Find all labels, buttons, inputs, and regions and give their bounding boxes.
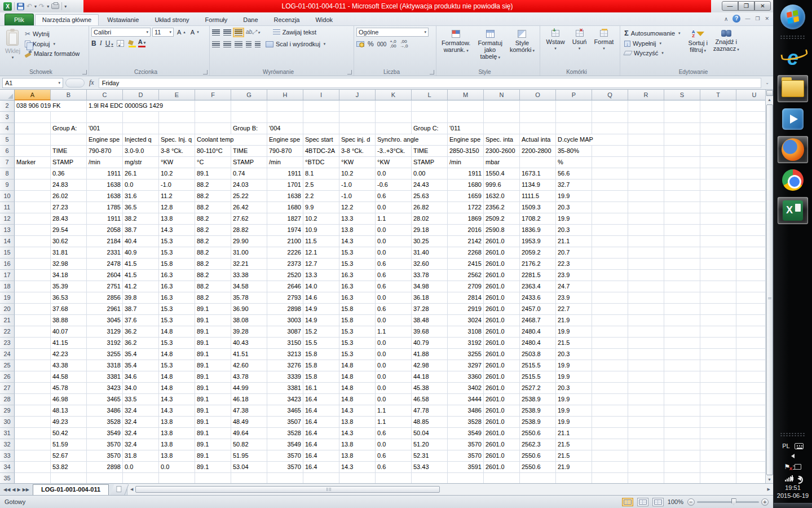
cell-G3[interactable] — [231, 112, 267, 123]
cell-F28[interactable]: 89.1 — [195, 394, 231, 405]
cell-D23[interactable]: 36.2 — [123, 338, 159, 349]
cell-U23[interactable] — [736, 338, 765, 349]
cell-T5[interactable] — [700, 134, 736, 146]
cell-T24[interactable] — [700, 349, 736, 360]
cell-C7[interactable]: /min — [87, 157, 123, 168]
cell-K14[interactable]: 0.0 — [376, 236, 412, 247]
redo-caret-icon[interactable]: ▾ — [47, 4, 49, 9]
zoom-slider-thumb[interactable] — [731, 498, 736, 505]
cell-U29[interactable] — [736, 405, 765, 417]
cell-A25[interactable] — [15, 360, 51, 371]
cell-Q20[interactable] — [592, 304, 628, 315]
cell-R24[interactable] — [628, 349, 664, 360]
cell-S13[interactable] — [664, 225, 700, 236]
cell-M25[interactable]: 3297 — [448, 360, 484, 371]
cell-F5[interactable]: Coolant temp — [195, 134, 267, 146]
cell-P9[interactable]: 32.7 — [556, 179, 592, 191]
cell-P10[interactable]: 19.9 — [556, 191, 592, 202]
cell-K22[interactable]: 1.1 — [376, 326, 412, 338]
cell-C30[interactable]: 3528 — [87, 417, 123, 428]
cell-J31[interactable]: 14.3 — [339, 428, 376, 439]
cell-F22[interactable]: 89.1 — [195, 326, 231, 338]
cell-G30[interactable]: 48.49 — [231, 417, 267, 428]
column-header-F[interactable]: F — [195, 90, 231, 100]
cell-U35[interactable] — [736, 473, 765, 483]
cell-E8[interactable]: 10.2 — [159, 168, 195, 179]
cell-O28[interactable]: 2538.9 — [520, 394, 556, 405]
language-indicator[interactable]: PL — [782, 443, 789, 449]
wrap-text-button[interactable]: Zawijaj tekst — [271, 28, 319, 37]
cell-E28[interactable]: 14.3 — [159, 394, 195, 405]
cell-U13[interactable] — [736, 225, 765, 236]
cell-U10[interactable] — [736, 191, 765, 202]
number-dialog-launcher-icon[interactable] — [430, 70, 434, 75]
cell-K31[interactable]: 0.6 — [376, 428, 412, 439]
cell-U5[interactable] — [736, 134, 765, 146]
cell-S20[interactable] — [664, 304, 700, 315]
number-format-select[interactable]: Ogólne▾ — [356, 28, 429, 37]
cell-F11[interactable]: 88.2 — [195, 202, 231, 213]
cell-E20[interactable]: 15.3 — [159, 304, 195, 315]
row-header-32[interactable]: 32 — [0, 439, 15, 450]
cell-F12[interactable]: 88.2 — [195, 213, 231, 225]
cell-C15[interactable]: 2331 — [87, 247, 123, 259]
cell-L35[interactable] — [412, 473, 448, 483]
cell-O12[interactable]: 1708.2 — [520, 213, 556, 225]
cell-B23[interactable]: 41.15 — [51, 338, 87, 349]
cell-E14[interactable]: 15.3 — [159, 236, 195, 247]
cell-F34[interactable]: 89.1 — [195, 462, 231, 473]
cell-E21[interactable]: 15.3 — [159, 315, 195, 326]
sheet-tab[interactable]: LOG-01-001-004-011 — [33, 484, 109, 495]
cell-P16[interactable]: 22.3 — [556, 259, 592, 270]
cell-C8[interactable]: 1911 — [87, 168, 123, 179]
cell-O29[interactable]: 2538.9 — [520, 405, 556, 417]
cell-I20[interactable]: 14.9 — [303, 304, 339, 315]
merge-center-button[interactable]: Scal i wyśrodkuj — [264, 40, 327, 49]
cell-C13[interactable]: 2058 — [87, 225, 123, 236]
row-header-35[interactable]: 35 — [0, 473, 15, 483]
row-header-14[interactable]: 14 — [0, 236, 15, 247]
cell-H31[interactable]: 3528 — [267, 428, 303, 439]
cell-F15[interactable]: 88.2 — [195, 247, 231, 259]
cell-C35[interactable] — [87, 473, 123, 483]
cell-G20[interactable]: 36.90 — [231, 304, 267, 315]
row-header-33[interactable]: 33 — [0, 450, 15, 462]
cell-U3[interactable] — [736, 112, 765, 123]
row-header-6[interactable]: 6 — [0, 146, 15, 157]
cell-S3[interactable] — [664, 112, 700, 123]
column-header-M[interactable]: M — [448, 90, 484, 100]
column-header-D[interactable]: D — [123, 90, 159, 100]
cell-E19[interactable]: 16.3 — [159, 292, 195, 304]
cell-A19[interactable] — [15, 292, 51, 304]
row-header-5[interactable]: 5 — [0, 134, 15, 146]
cell-M14[interactable]: 2142 — [448, 236, 484, 247]
cell-Q31[interactable] — [592, 428, 628, 439]
cell-T18[interactable] — [700, 281, 736, 292]
cell-N6[interactable]: 2300-2600 — [484, 146, 520, 157]
cell-I28[interactable]: 16.4 — [303, 394, 339, 405]
cell-H12[interactable]: 1827 — [267, 213, 303, 225]
cell-P11[interactable]: 20.3 — [556, 202, 592, 213]
cell-P32[interactable]: 21.5 — [556, 439, 592, 450]
cell-P31[interactable]: 21.1 — [556, 428, 592, 439]
cell-C16[interactable]: 2478 — [87, 259, 123, 270]
cell-H27[interactable]: 3381 — [267, 383, 303, 394]
cell-Q19[interactable] — [592, 292, 628, 304]
split-handle[interactable] — [766, 90, 773, 96]
cell-J30[interactable]: 13.8 — [339, 417, 376, 428]
cell-G23[interactable]: 40.43 — [231, 338, 267, 349]
cell-P17[interactable]: 23.9 — [556, 270, 592, 281]
cell-N23[interactable]: 2601.0 — [484, 338, 520, 349]
print-icon[interactable] — [51, 3, 59, 9]
cell-R14[interactable] — [628, 236, 664, 247]
cell-J32[interactable]: 13.8 — [339, 439, 376, 450]
cell-Q2[interactable] — [592, 100, 628, 112]
cell-B22[interactable]: 40.07 — [51, 326, 87, 338]
cell-K19[interactable]: 0.0 — [376, 292, 412, 304]
cell-R33[interactable] — [628, 450, 664, 462]
align-right-button[interactable] — [235, 41, 242, 47]
cell-B35[interactable] — [51, 473, 87, 483]
cell-U7[interactable] — [736, 157, 765, 168]
cell-K15[interactable]: 0.0 — [376, 247, 412, 259]
decrease-decimal-button[interactable]: ,00→,0 — [400, 40, 408, 49]
